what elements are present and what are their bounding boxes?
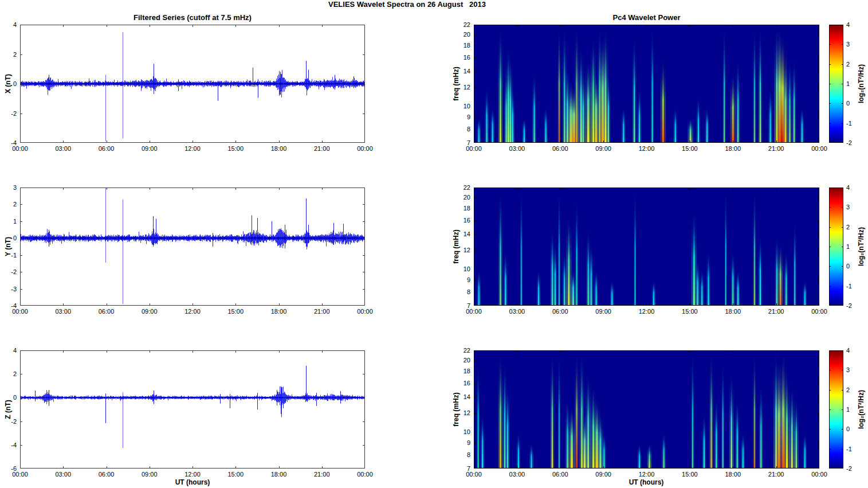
- freq-tick-label: 9: [449, 113, 470, 121]
- x-tick-label: 00:00: [802, 145, 836, 153]
- plot-canvas: [829, 25, 843, 143]
- x-tick-label: 09:00: [586, 470, 620, 478]
- panel-z-filtered-series: 00:0003:0006:0009:0012:0015:0018:0021:00…: [20, 350, 365, 469]
- ut-hours-label-left: UT (hours): [135, 478, 250, 486]
- x-tick-label: 12:00: [630, 307, 664, 315]
- freq-tick-label: 9: [449, 439, 470, 447]
- y-tick-label: 1: [0, 217, 17, 225]
- plot-canvas: [474, 188, 819, 306]
- y-tick-label: 2: [0, 50, 17, 58]
- x-tick-label: 18:00: [716, 145, 750, 153]
- x-tick-label: 12:00: [630, 470, 664, 478]
- freq-tick-label: 16: [449, 53, 470, 61]
- y-tick-label: -4: [0, 139, 17, 147]
- y-tick-label: -3: [0, 285, 17, 293]
- plot-canvas: [829, 188, 843, 306]
- x-tick-label: 06:00: [543, 470, 578, 478]
- colorbar-tick-label: -2: [846, 302, 863, 310]
- x-tick-label: 12:00: [630, 145, 664, 153]
- freq-tick-label: 10: [449, 102, 470, 110]
- x-tick-label: 21:00: [759, 145, 794, 153]
- x-tick-label: 06:00: [543, 307, 578, 315]
- y-tick-label: -4: [0, 302, 17, 310]
- x-tick-label: 12:00: [175, 307, 210, 315]
- y-axis-label: X (nT): [4, 74, 12, 93]
- plot-canvas: [829, 350, 843, 469]
- colorbar-y: 43210-1-2log₂(nT²/Hz): [829, 188, 843, 306]
- x-tick-label: 00:00: [348, 470, 382, 478]
- freq-tick-label: 16: [449, 379, 470, 387]
- x-tick-label: 18:00: [716, 307, 750, 315]
- freq-tick-label: 18: [449, 204, 470, 212]
- colorbar-label: log₂(nT²/Hz): [857, 227, 865, 266]
- y-tick-label: 2: [0, 370, 17, 378]
- colorbar-label: log₂(nT²/Hz): [857, 64, 865, 103]
- colorbar-tick-label: 3: [846, 40, 863, 48]
- x-tick-label: 21:00: [759, 307, 794, 315]
- x-tick-label: 00:00: [348, 307, 382, 315]
- plot-canvas: [474, 25, 819, 143]
- colorbar-tick-label: 4: [846, 21, 863, 29]
- x-tick-label: 09:00: [586, 145, 620, 153]
- freq-tick-label: 7: [449, 464, 470, 473]
- x-tick-label: 03:00: [46, 470, 80, 478]
- colorbar-tick-label: -1: [846, 119, 863, 127]
- x-tick-label: 18:00: [262, 307, 296, 315]
- colorbar-tick-label: -1: [846, 282, 863, 290]
- panel-z-wavelet-power: 00:0003:0006:0009:0012:0015:0018:0021:00…: [474, 350, 819, 469]
- colorbar-tick-label: 3: [846, 203, 863, 211]
- figure-title: VELIES Wavelet Spectra on 26 August 2013: [0, 0, 814, 9]
- x-tick-label: 15:00: [673, 470, 707, 478]
- colorbar-tick-label: -1: [846, 445, 863, 453]
- x-tick-label: 18:00: [262, 470, 296, 478]
- wavelet-spectra-figure: VELIES Wavelet Spectra on 26 August 2013…: [0, 0, 868, 488]
- y-tick-label: -2: [0, 110, 17, 118]
- x-tick-label: 09:00: [132, 145, 167, 153]
- y-tick-label: -2: [0, 268, 17, 276]
- x-tick-label: 00:00: [802, 470, 836, 478]
- ut-hours-label-right: UT (hours): [589, 478, 704, 486]
- x-tick-label: 21:00: [305, 307, 339, 315]
- freq-tick-label: 22: [449, 346, 470, 354]
- freq-tick-label: 20: [449, 30, 470, 38]
- x-tick-label: 06:00: [89, 307, 124, 315]
- plot-canvas: [20, 188, 365, 306]
- right-column-title: Pc4 Wavelet Power: [474, 13, 819, 22]
- x-tick-label: 03:00: [46, 307, 80, 315]
- colorbar-tick-label: 3: [846, 366, 863, 374]
- x-tick-label: 18:00: [716, 470, 750, 478]
- x-tick-label: 03:00: [46, 145, 80, 153]
- x-tick-label: 21:00: [305, 470, 339, 478]
- x-tick-label: 09:00: [132, 307, 167, 315]
- freq-tick-label: 18: [449, 367, 470, 375]
- plot-canvas: [20, 25, 365, 143]
- freq-tick-label: 8: [449, 288, 470, 296]
- y-tick-label: 4: [0, 346, 17, 354]
- x-tick-label: 09:00: [132, 470, 167, 478]
- panel-x-wavelet-power: 00:0003:0006:0009:0012:0015:0018:0021:00…: [474, 25, 819, 143]
- panel-x-filtered-series: 00:0003:0006:0009:0012:0015:0018:0021:00…: [20, 25, 365, 143]
- freq-tick-label: 22: [449, 21, 470, 29]
- colorbar-tick-label: 4: [846, 184, 863, 192]
- x-tick-label: 03:00: [500, 307, 534, 315]
- freq-tick-label: 18: [449, 41, 470, 49]
- freq-tick-label: 10: [449, 265, 470, 273]
- x-tick-label: 06:00: [89, 145, 124, 153]
- x-tick-label: 00:00: [802, 307, 836, 315]
- freq-tick-label: 20: [449, 356, 470, 364]
- freq-tick-label: 20: [449, 193, 470, 201]
- x-tick-label: 12:00: [175, 145, 210, 153]
- y-tick-label: -6: [0, 464, 17, 473]
- colorbar-label: log₂(nT²/Hz): [857, 390, 865, 429]
- freq-tick-label: 9: [449, 276, 470, 284]
- x-tick-label: 15:00: [218, 145, 253, 153]
- panel-y-wavelet-power: 00:0003:0006:0009:0012:0015:0018:0021:00…: [474, 188, 819, 306]
- freq-tick-label: 7: [449, 139, 470, 147]
- panel-y-filtered-series: 00:0003:0006:0009:0012:0015:0018:0021:00…: [20, 188, 365, 306]
- y-tick-label: -4: [0, 441, 17, 449]
- y-axis-label: Z (nT): [4, 400, 12, 419]
- x-tick-label: 15:00: [218, 470, 253, 478]
- left-column-title: Filtered Series (cutoff at 7.5 mHz): [20, 13, 365, 22]
- x-tick-label: 21:00: [759, 470, 794, 478]
- y-tick-label: 2: [0, 200, 17, 208]
